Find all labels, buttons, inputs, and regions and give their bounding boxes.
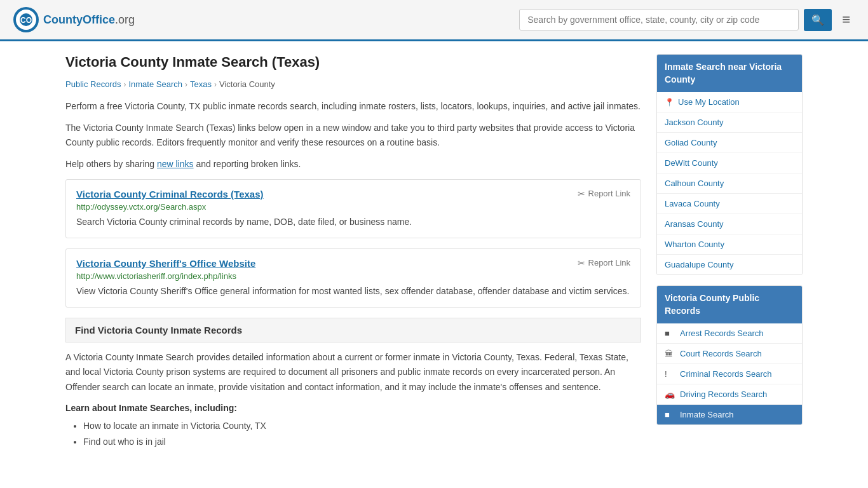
find-section-heading: Find Victoria County Inmate Records — [65, 318, 641, 342]
sidebar-item-dewitt[interactable]: DeWitt County — [657, 153, 802, 173]
page-title: Victoria County Inmate Search (Texas) — [65, 54, 641, 71]
result-url-2[interactable]: http://www.victoriasheriff.org/index.php… — [76, 271, 630, 281]
sidebar-item-criminal-records[interactable]: ! Criminal Records Search — [657, 364, 802, 384]
main-content: Victoria County Inmate Search (Texas) Pu… — [65, 54, 641, 450]
site-header: CO CountyOffice.org 🔍 ≡ — [0, 0, 868, 41]
new-links-link[interactable]: new links — [157, 159, 194, 169]
sidebar: Inmate Search near Victoria County 📍 Use… — [656, 54, 803, 450]
logo-area: CO CountyOffice.org — [13, 6, 135, 33]
location-pin-icon: 📍 — [665, 98, 674, 107]
breadcrumb-public-records[interactable]: Public Records — [65, 79, 121, 89]
learn-heading: Learn about Inmate Searches, including: — [65, 403, 641, 413]
learn-list: How to locate an inmate in Victoria Coun… — [65, 418, 641, 450]
sidebar-item-guadalupe[interactable]: Guadalupe County — [657, 255, 802, 274]
court-icon: 🏛 — [665, 349, 675, 358]
sidebar-public-records-items: ■ Arrest Records Search 🏛 Court Records … — [657, 323, 802, 424]
sidebar-item-wharton[interactable]: Wharton County — [657, 234, 802, 255]
car-icon: 🚗 — [665, 390, 675, 399]
svg-text:CO: CO — [20, 16, 32, 25]
sidebar-item-inmate-search[interactable]: ■ Inmate Search — [657, 405, 802, 424]
logo-text: CountyOffice.org — [43, 13, 135, 27]
report-icon-1: ✂ — [578, 189, 585, 199]
sidebar-item-use-location[interactable]: 📍 Use My Location — [657, 92, 802, 112]
sidebar-public-records-heading: Victoria County Public Records — [657, 286, 802, 323]
sidebar-item-court-records[interactable]: 🏛 Court Records Search — [657, 344, 802, 364]
result-url-1[interactable]: http://odyssey.vctx.org/Search.aspx — [76, 202, 630, 212]
menu-button[interactable]: ≡ — [837, 9, 855, 30]
breadcrumb-inmate-search[interactable]: Inmate Search — [128, 79, 182, 89]
result-card-2: Victoria County Sheriff's Office Website… — [65, 248, 641, 308]
learn-item-0: How to locate an inmate in Victoria Coun… — [83, 418, 641, 434]
description-3: Help others by sharing new links and rep… — [65, 157, 641, 171]
inmate-icon: ■ — [665, 410, 675, 419]
result-card-1: Victoria County Criminal Records (Texas)… — [65, 179, 641, 238]
criminal-icon: ! — [665, 369, 675, 379]
search-input[interactable] — [519, 9, 799, 30]
report-icon-2: ✂ — [578, 258, 585, 268]
sidebar-item-goliad[interactable]: Goliad County — [657, 133, 802, 153]
logo-icon: CO — [13, 6, 39, 33]
result-header-2: Victoria County Sheriff's Office Website… — [76, 258, 630, 269]
search-area: 🔍 ≡ — [519, 9, 855, 31]
sidebar-item-arrest-records[interactable]: ■ Arrest Records Search — [657, 323, 802, 344]
sidebar-nearby-heading: Inmate Search near Victoria County — [657, 55, 802, 92]
report-link-2[interactable]: ✂ Report Link — [578, 258, 630, 268]
sidebar-item-calhoun[interactable]: Calhoun County — [657, 173, 802, 194]
breadcrumb: Public Records › Inmate Search › Texas ›… — [65, 79, 641, 89]
result-desc-1: Search Victoria County criminal records … — [76, 215, 630, 229]
sidebar-item-driving-records[interactable]: 🚗 Driving Records Search — [657, 384, 802, 405]
result-title-2[interactable]: Victoria County Sheriff's Office Website — [76, 258, 255, 269]
sidebar-item-lavaca[interactable]: Lavaca County — [657, 194, 802, 214]
arrest-icon: ■ — [665, 329, 675, 338]
report-link-1[interactable]: ✂ Report Link — [578, 189, 630, 199]
sidebar-item-aransas[interactable]: Aransas County — [657, 214, 802, 234]
main-container: Victoria County Inmate Search (Texas) Pu… — [53, 41, 815, 463]
sidebar-nearby-items: 📍 Use My Location Jackson County Goliad … — [657, 92, 802, 274]
find-section-text: A Victoria County Inmate Search provides… — [65, 350, 641, 395]
description-2: The Victoria County Inmate Search (Texas… — [65, 121, 641, 149]
description-1: Perform a free Victoria County, TX publi… — [65, 99, 641, 113]
learn-item-1: Find out who is in jail — [83, 434, 641, 450]
sidebar-item-jackson[interactable]: Jackson County — [657, 112, 802, 133]
breadcrumb-current: Victoria County — [219, 79, 275, 89]
result-title-1[interactable]: Victoria County Criminal Records (Texas) — [76, 189, 264, 200]
result-desc-2: View Victoria County Sheriff's Office ge… — [76, 285, 630, 298]
sidebar-nearby-section: Inmate Search near Victoria County 📍 Use… — [656, 54, 803, 275]
result-header-1: Victoria County Criminal Records (Texas)… — [76, 189, 630, 200]
search-button[interactable]: 🔍 — [804, 9, 832, 31]
breadcrumb-texas[interactable]: Texas — [190, 79, 212, 89]
sidebar-public-records-section: Victoria County Public Records ■ Arrest … — [656, 285, 803, 425]
